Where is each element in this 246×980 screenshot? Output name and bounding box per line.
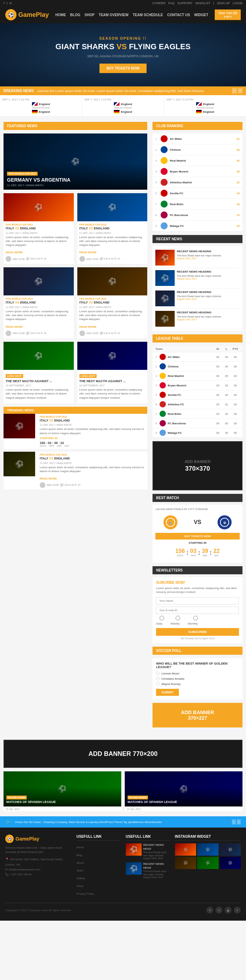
support-link[interactable]: SUPPORT [177,2,193,5]
read-more-1[interactable]: READ MORE [6,251,23,254]
ranking-item-4[interactable]: 4 Bryan Munich 35 [153,166,243,177]
footer-link-gallery-1[interactable]: Gallery [77,877,85,880]
breaking-next-button[interactable]: › [238,88,243,94]
footer-link-team-1[interactable]: Team [77,869,84,872]
table-row-9[interactable]: 9 Malaga FC 30 30 30 [153,428,243,438]
footer-facebook-icon[interactable]: f [206,907,213,913]
footer-grid: ⚽ GamePlay Sed non mauris vitae erat . C… [5,835,241,897]
radio-monthly[interactable]: Monthly [188,616,203,625]
featured-big-article[interactable]: ⚽ FIFA WORLD CUP 2017 GERMANY VS ARGENTI… [3,134,147,190]
match-date-2: SEP 7, 2017 2:15 PM [84,98,162,101]
wishlist-link[interactable]: WISHLIST [195,2,211,5]
poll-submit-button[interactable]: SUBMIT [156,689,179,696]
next-match-item-2[interactable]: ⚽ LONG SHOT THE NEXT MACTH AGAINST ... 1… [77,342,148,403]
recent-item-3[interactable]: ⚽ RECENT NEWS HEADING The Arch Rivals ha… [155,288,240,309]
table-row-8[interactable]: 8 FC Barcelona 30 30 30 [153,419,243,428]
newsletter-subscribe-button[interactable]: SUBSCRIBE [156,628,239,636]
banner-770[interactable]: ADD BANNER 770×200 [3,740,243,768]
round-robin-card-1[interactable]: ⚽ ROUND ROBIN MATCHES OF SPANISH LEAGUE … [3,772,121,811]
table-row-2[interactable]: 2 Chelsea 30 30 30 [153,362,243,371]
table-row-7[interactable]: 7 Real Betis 33 33 30 [153,409,243,419]
poll-radio-1[interactable] [156,671,160,675]
insta-img-2[interactable]: ⚽ [197,843,219,856]
nav-shop[interactable]: SHOP [85,13,94,17]
banner-370[interactable]: ADD BANNER 370×370 [153,441,243,490]
signup-link[interactable]: SIGN UP [217,2,230,5]
insta-img-6[interactable]: ⚽ [220,857,241,869]
table-row-1[interactable]: 1 AC Milan 30 30 30 [153,352,243,362]
login-link[interactable]: LOGIN [233,2,243,5]
banner-yellow[interactable]: ADD BANNER 370×227 [153,703,243,727]
table-row-6[interactable]: 6 Athletica FC 35 31 30 [153,400,243,409]
twitter-prev-button[interactable]: ‹ [232,819,236,824]
logo[interactable]: ⚽ GamePlay [5,9,49,21]
footer-rss-icon[interactable]: r [234,907,241,913]
news-item-4[interactable]: ⚽ FIFA WORLD CUP 2012 ITALY VS ENGLAND 1… [77,267,148,338]
cart-button[interactable]: Your Cart (0)0.00 € [215,10,241,20]
poll-option-3[interactable]: Wayne Rooney [156,682,239,686]
poll-radio-3[interactable] [156,682,160,686]
table-row-5[interactable]: 5 Sevilla FC 30 30 30 [153,390,243,400]
insta-img-4[interactable]: ⚽ [175,857,196,869]
read-more-2[interactable]: READ MORE [80,251,97,254]
news-item-2[interactable]: ⚽ FIFA WORLD CUP 2012 ITALY VS ENGLAND 1… [77,193,148,264]
footer-link-privacy-1[interactable]: Privacy Policy [77,892,94,895]
footer-news-1[interactable]: ⚽ RECENT NEWS HEAD The Arch Rivals have … [126,843,170,859]
footer-google-icon[interactable]: g [225,907,232,913]
footer-twitter-icon[interactable]: t [216,907,222,913]
nav-blog[interactable]: BLOG [70,13,80,17]
recent-item-4[interactable]: ⚽ RECENT NEWS HEADING The Arch Rivals ha… [155,309,240,329]
twitter-icon[interactable]: t [7,2,8,5]
nav-contact[interactable]: CONTACT US [167,13,190,17]
news-item-3[interactable]: ⚽ FIFA WORLD CUP 2012 ITALY VS ENGLAND 1… [3,267,74,338]
ranking-item-9[interactable]: 9 Malaga FC 10 [153,221,243,231]
footer-email[interactable]: ✉ info@companyname.com [5,867,71,872]
table-row-4[interactable]: 4 Bryan Munich 30 33 30 [153,381,243,390]
recent-item-2[interactable]: ⚽ RECENT NEWS HEADING The Arch Rivals ha… [155,268,240,288]
round-robin-card-2[interactable]: ⚽ ROUND ROBIN MATCHES OF SPANISH LEAGUE … [125,772,243,811]
footer-link-about-1[interactable]: About [77,861,84,864]
poll-option-2[interactable]: Christiano Arnaldo [156,677,239,680]
table-row-3[interactable]: 3 Real Madrid 30 35 30 [153,371,243,381]
read-more-4[interactable]: READ MORE [80,325,97,328]
footer-link-news-1[interactable]: News [77,885,84,888]
footer-link-blog-1[interactable]: Blog [77,854,82,857]
insta-img-3[interactable]: ⚽ [220,843,241,856]
career-link[interactable]: CAREER [152,2,166,5]
recent-item-1[interactable]: ⚽ RECENT NEWS HEADING The Arch Rivals ha… [155,248,240,268]
nav-widget[interactable]: WIDGET [194,13,208,17]
ranking-item-7[interactable]: 7 Real Betis 18 [153,199,243,210]
twitter-next-button[interactable]: › [237,819,241,824]
read-more-row-2[interactable]: READ MORE [40,477,57,480]
read-more-3[interactable]: READ MORE [6,325,23,328]
nav-home[interactable]: HOME [56,13,66,17]
trending-news-row[interactable]: ⚽ FIFA WORLD CUP 2012 ITALY VS ENGLAND 1… [3,414,147,449]
ranking-item-6[interactable]: 6 Sevilla FC 18 [153,188,243,199]
ranking-item-1[interactable]: 1 AC Milan 42 [153,134,243,144]
poll-option-1[interactable]: Liomsel Messi [156,671,239,675]
ranking-item-8[interactable]: 8 FC Barcelona 15 [153,210,243,221]
ranking-item-3[interactable]: 3 Real Madrid 36 [153,155,243,166]
footer-news-2[interactable]: ⚽ RECENT NEWS HEAD The Arch Rivals have … [126,862,170,878]
newsletter-email-input[interactable] [156,607,239,614]
ranking-item-2[interactable]: 2 Chelsea 38 [153,144,243,155]
nav-team-overview[interactable]: TEAM OVERVIEW [99,13,129,17]
newsletter-name-input[interactable] [156,597,239,605]
news-row-2[interactable]: ⚽ FIFA WORLD CUP 2012 ITALY VS ENGLAND 1… [3,452,147,490]
linkedin-icon[interactable]: in [10,2,12,5]
buy-tickets-best-match-button[interactable]: BUY TICKETS NOW [155,533,240,539]
poll-radio-2[interactable] [156,677,160,680]
radio-daily[interactable]: Daily [156,616,168,625]
insta-img-5[interactable]: ⚽ [197,857,219,869]
ranking-item-5[interactable]: 5 Athletica Madrid 32 [153,177,243,188]
radio-weekly[interactable]: Weekly [171,616,185,625]
insta-img-1[interactable]: ⚽ [175,843,196,856]
nav-team-schedule[interactable]: TEAM SCHEDULE [133,13,163,17]
next-match-item-1[interactable]: ⚽ LONG SHOT THE NEXT MACTH AGAINST ... 1… [3,342,74,403]
facebook-icon[interactable]: f [3,2,5,5]
faq-link[interactable]: FAQ [168,2,175,5]
breaking-prev-button[interactable]: ‹ [232,88,236,94]
footer-link-home-1[interactable]: Home [77,846,84,849]
buy-tickets-hero-button[interactable]: BUY TICKETS NOW [99,64,147,73]
news-item-1[interactable]: ⚽ FIFA WORLD CUP 2012 ITALY VS ENGLAND 1… [3,193,74,264]
